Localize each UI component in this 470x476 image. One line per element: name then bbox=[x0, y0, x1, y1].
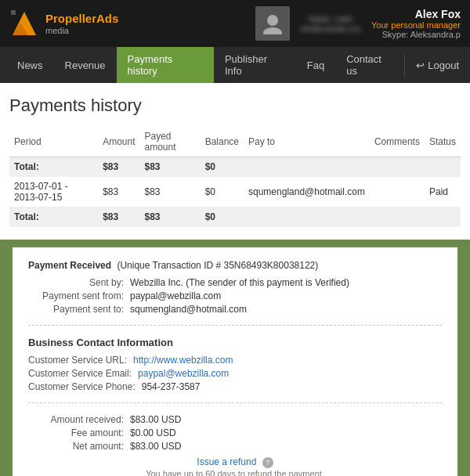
data-comments bbox=[370, 177, 425, 207]
logo-area: PropellerAds media bbox=[9, 9, 118, 38]
user-details: Alex Fox Your personal manager Skype: Al… bbox=[371, 8, 461, 39]
total1-payed: $83 bbox=[139, 157, 200, 177]
receipt-net: Net amount: $83.00 USD bbox=[28, 441, 442, 452]
receipt-section-payment: Payment Received (Unique Transaction ID … bbox=[28, 260, 442, 326]
receipt-amount: Amount received: $83.00 USD bbox=[28, 414, 442, 425]
avatar bbox=[255, 6, 290, 41]
page-title: Payments history bbox=[9, 96, 461, 116]
receipt-sent-by: Sent by: Webzilla Inc. (The sender of th… bbox=[28, 277, 442, 288]
total2-label: Total: bbox=[9, 207, 98, 227]
total2-payto bbox=[244, 207, 370, 227]
data-payed: $83 bbox=[139, 177, 200, 207]
logo-icon bbox=[9, 9, 39, 38]
svg-rect-2 bbox=[11, 10, 16, 15]
total1-label: Total: bbox=[9, 157, 98, 177]
total1-balance: $0 bbox=[201, 157, 244, 177]
total1-status bbox=[425, 157, 461, 177]
receipt-refund-area: Issue a refund ? You have up to 60 days … bbox=[28, 456, 442, 476]
col-amount: Amount bbox=[98, 127, 139, 157]
table-header-row: Period Amount Payed amount Balance Pay t… bbox=[9, 127, 461, 157]
total2-comments bbox=[370, 207, 425, 227]
navigation: News Revenue Payments history Publisher … bbox=[0, 47, 470, 83]
data-payto: squmengland@hotmail.com bbox=[244, 177, 370, 207]
total2-balance: $0 bbox=[201, 207, 244, 227]
receipt-fee: Fee amount: $0.00 USD bbox=[28, 427, 442, 438]
table-row: 2013-07-01 - 2013-07-15 $83 $83 $0 squme… bbox=[9, 177, 461, 207]
col-status: Status bbox=[425, 127, 461, 157]
info-icon[interactable]: ? bbox=[262, 457, 273, 468]
payments-table: Period Amount Payed amount Balance Pay t… bbox=[9, 127, 461, 227]
total1-amount: $83 bbox=[98, 157, 139, 177]
nav-item-publisher[interactable]: Publisher Info bbox=[214, 47, 296, 83]
data-status: Paid bbox=[425, 177, 461, 207]
nav-item-news[interactable]: News bbox=[6, 53, 54, 78]
user-blurred-info: Nadia, Laitel info@example.com bbox=[299, 15, 362, 33]
receipt-cust-email: Customer Service Email: paypal@webzilla.… bbox=[28, 368, 442, 379]
user-area: Nadia, Laitel info@example.com Alex Fox … bbox=[255, 6, 461, 41]
nav-item-revenue[interactable]: Revenue bbox=[54, 53, 117, 78]
receipt-sent-from: Payment sent from: paypal@webzilla.com bbox=[28, 290, 442, 301]
customer-email-link[interactable]: paypal@webzilla.com bbox=[138, 368, 229, 379]
col-payed: Payed amount bbox=[139, 127, 200, 157]
refund-link[interactable]: Issue a refund bbox=[197, 456, 256, 467]
receipt-cust-url: Customer Service URL: http://www.webzill… bbox=[28, 355, 442, 366]
col-period: Period bbox=[9, 127, 98, 157]
receipt-header: Payment Received (Unique Transaction ID … bbox=[28, 260, 442, 271]
nav-item-payments[interactable]: Payments history bbox=[117, 47, 214, 83]
main-content: Payments history Period Amount Payed amo… bbox=[0, 83, 470, 240]
table-row-total2: Total: $83 $83 $0 bbox=[9, 207, 461, 227]
customer-url-link[interactable]: http://www.webzilla.com bbox=[133, 355, 233, 366]
receipt-cust-phone: Customer Service Phone: 954-237-3587 bbox=[28, 381, 442, 392]
total1-payto bbox=[244, 157, 370, 177]
col-comments: Comments bbox=[370, 127, 425, 157]
logout-button[interactable]: ↩Logout bbox=[404, 53, 470, 78]
receipt-section-amount: Amount received: $83.00 USD Fee amount: … bbox=[28, 414, 442, 476]
svg-point-3 bbox=[267, 15, 278, 26]
total2-status bbox=[425, 207, 461, 227]
receipt-inner: Payment Received (Unique Transaction ID … bbox=[13, 247, 457, 476]
receipt-section-business: Business Contact Information Customer Se… bbox=[28, 337, 442, 403]
col-balance: Balance bbox=[201, 127, 244, 157]
data-amount: $83 bbox=[98, 177, 139, 207]
receipt-box: Payment Received (Unique Transaction ID … bbox=[0, 240, 470, 476]
total2-amount: $83 bbox=[98, 207, 139, 227]
nav-item-faq[interactable]: Faq bbox=[296, 53, 335, 78]
data-balance: $0 bbox=[201, 177, 244, 207]
receipt-sent-to: Payment sent to: squmengland@hotmail.com bbox=[28, 304, 442, 315]
logo-text: PropellerAds media bbox=[45, 12, 118, 35]
total1-comments bbox=[370, 157, 425, 177]
svg-point-4 bbox=[263, 27, 282, 34]
table-row-total1: Total: $83 $83 $0 bbox=[9, 157, 461, 177]
header: PropellerAds media Nadia, Laitel info@ex… bbox=[0, 0, 470, 47]
data-period: 2013-07-01 - 2013-07-15 bbox=[9, 177, 98, 207]
col-payto: Pay to bbox=[244, 127, 370, 157]
nav-item-contact[interactable]: Contact us bbox=[335, 47, 404, 83]
total2-payed: $83 bbox=[139, 207, 200, 227]
